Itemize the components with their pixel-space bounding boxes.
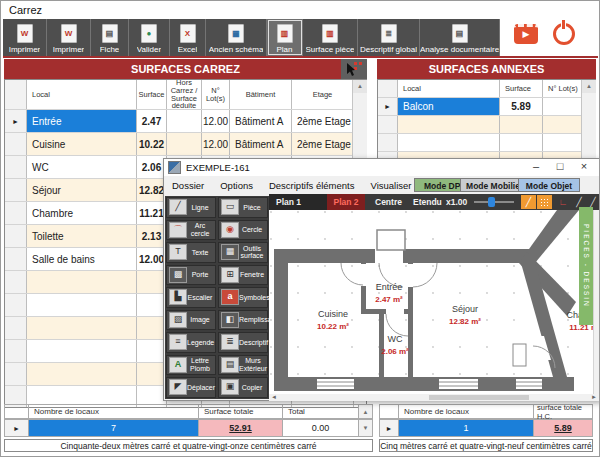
tool-murs-exterieur[interactable]: ▤Murs Extérieur	[218, 355, 268, 376]
col-surface[interactable]: Surface	[500, 80, 543, 97]
scroll-left-icon[interactable]: ◄	[271, 394, 277, 401]
table-row-empty[interactable]	[378, 134, 595, 152]
tool-cercle[interactable]: ◉Cercle	[218, 220, 268, 241]
zoom-slider[interactable]	[474, 201, 514, 203]
document-analysis-icon: ▤	[452, 24, 468, 43]
tool-piece[interactable]: ▭Pièce	[218, 197, 268, 218]
tab-plan-2[interactable]: Plan 2	[327, 194, 365, 210]
word-print-fit-icon: W	[61, 24, 77, 43]
tool-descriptif[interactable]: ≣Descriptif	[218, 332, 268, 353]
tool-fenetre[interactable]: ⊞Fenetre	[218, 265, 268, 286]
col-lot[interactable]: N° Lot(s)	[543, 80, 583, 97]
menu-options[interactable]: Options	[212, 180, 261, 191]
analyse-documentaire-button[interactable]: ▤Analyse documentaire	[420, 19, 500, 56]
tool-symboles[interactable]: aSymboles	[218, 287, 268, 308]
floor-plan-canvas[interactable]: Entrée 2.47 m² Cuisine 10.22 m² WC 2.06 …	[269, 210, 593, 394]
maximize-button[interactable]: □	[549, 159, 571, 175]
tool-outils-surface[interactable]: ▦Outils surface	[218, 242, 268, 263]
tool-copier[interactable]: ▣Copier	[218, 377, 268, 398]
draw-line-toggle[interactable]: ╱	[521, 195, 536, 209]
scroll-up-icon[interactable]: ▲	[353, 80, 367, 93]
table-row-cuisine[interactable]: Cuisine 10.22 12.00 Bâtiment A 2ème Etag…	[5, 133, 366, 156]
grid-dots-icon	[540, 198, 549, 206]
col-batiment[interactable]: Bâtiment	[230, 80, 292, 109]
row-selector: ►	[4, 419, 29, 437]
tool-escalier[interactable]: ▙Escalier	[166, 287, 216, 308]
tool-deplacer[interactable]: ◤Déplacer	[166, 377, 216, 398]
ancien-schema-button[interactable]: ▦Ancien schéma	[206, 19, 267, 56]
room-icon: ▭	[221, 199, 239, 215]
scroll-down-icon[interactable]: ▼	[359, 419, 373, 437]
view-etendu-label[interactable]: Etendu	[413, 194, 442, 210]
minimize-button[interactable]: –	[525, 159, 547, 175]
col-surface[interactable]: Surface	[137, 80, 167, 109]
tool-lettre-plomb[interactable]: ALettre Plomb	[166, 355, 216, 376]
scroll-up-icon[interactable]: ▲	[359, 404, 373, 419]
carrez-column-headers: Local Surface Hors Carrez / Surface dédu…	[5, 80, 366, 110]
menu-dossier[interactable]: Dossier	[164, 180, 212, 191]
menu-visualiser[interactable]: Visualiser	[362, 180, 419, 191]
fiche-button[interactable]: ▤Fiche	[91, 19, 129, 56]
zoom-slider-handle[interactable]	[488, 197, 495, 207]
print-button[interactable]: WImprimer	[3, 19, 47, 56]
surface-piece-button[interactable]: ▥Surface pièce	[303, 19, 358, 56]
tool-texte[interactable]: TTexte	[166, 242, 216, 263]
global-description-icon: ≣	[381, 24, 397, 43]
descriptif-global-button[interactable]: ≣Descriptif global	[358, 19, 420, 56]
locals-count-value: 1	[399, 419, 534, 437]
tool-ligne[interactable]: ╱Ligne	[166, 197, 216, 218]
main-title-bar: Carrez	[1, 1, 599, 19]
surface-in-words: Cinq mètres carré et quatre-vingt-neuf c…	[379, 439, 593, 452]
room-name-sejour: Séjour	[452, 304, 478, 314]
close-button[interactable]: ×	[573, 159, 595, 175]
annexes-table-scrollbar[interactable]: ▲	[581, 80, 596, 160]
menu-descriptifs-elements[interactable]: Descriptifs éléments	[261, 180, 363, 191]
view-centre-label[interactable]: Centre	[375, 194, 402, 210]
scroll-up-icon[interactable]: ▲	[582, 80, 596, 93]
col-etage[interactable]: Etage	[292, 80, 354, 109]
mode-objet-button[interactable]: Mode Objet	[518, 178, 580, 192]
surface-in-words: Cinquante-deux mètres carré et quatre-vi…	[4, 439, 373, 452]
surfaces-carrez-title: SURFACES CARREZ	[131, 63, 240, 75]
tool-remplissage[interactable]: ◧Remplissage	[218, 310, 268, 331]
table-row-balcon[interactable]: ► Balcon 5.89	[378, 98, 595, 116]
table-row-entree[interactable]: ► Entrée 2.47 12.00 Bâtiment A 2ème Etag…	[5, 110, 366, 133]
print-fit-button[interactable]: WImprimer	[47, 19, 91, 56]
canvas-horizontal-scrollbar[interactable]: ◄ ►	[269, 394, 599, 401]
pieces-dessin-tab[interactable]: PIECES - DESSIN	[579, 207, 593, 325]
tool-legende[interactable]: ≡Legende	[166, 332, 216, 353]
exterior-walls-icon: ▤	[221, 357, 239, 373]
divider	[3, 56, 598, 58]
tool-image[interactable]: ▨Image	[166, 310, 216, 331]
table-row-empty[interactable]	[378, 116, 595, 134]
arc-icon: ⌒	[169, 222, 187, 238]
room-area-sejour: 12.82 m²	[449, 317, 481, 326]
legend-icon: ≡	[169, 334, 187, 350]
scrollbar-thumb[interactable]	[429, 395, 529, 400]
header-surface-totale: Surface totale	[199, 404, 283, 419]
stairs-icon: ▙	[169, 289, 187, 305]
plan-button[interactable]: ▥Plan	[267, 19, 303, 56]
excel-button[interactable]: XExcel	[170, 19, 206, 56]
valider-button[interactable]: ●Valider	[129, 19, 170, 56]
window-icon: ⊞	[221, 267, 239, 283]
power-exit-button[interactable]	[553, 23, 575, 45]
col-local[interactable]: Local	[27, 80, 137, 109]
axis-icon[interactable]: ∟	[555, 195, 571, 209]
tool-porte[interactable]: ▩Porte	[166, 265, 216, 286]
col-hors-carrez[interactable]: Hors Carrez / Surface déduite	[167, 80, 202, 109]
zoom-level-label: x1.00	[446, 194, 467, 210]
grid-toggle[interactable]	[537, 195, 552, 209]
room-name-entree: Entrée	[376, 282, 403, 292]
tab-plan-1[interactable]: Plan 1	[269, 194, 327, 210]
scroll-right-icon[interactable]: ►	[591, 394, 597, 401]
canvas-vertical-scrollbar[interactable]	[593, 210, 600, 394]
tool-arc-cercle[interactable]: ⌒Arc cercle	[166, 220, 216, 241]
window-title: Carrez	[9, 4, 42, 16]
col-local[interactable]: Local	[398, 80, 500, 97]
col-lot[interactable]: N° Lot(s)	[202, 80, 230, 109]
hand-cursor-icon[interactable]	[341, 59, 367, 79]
word-print-icon: W	[17, 24, 33, 43]
plan-window-title: EXEMPLE-161	[186, 162, 250, 173]
video-help-button[interactable]: ▶	[514, 24, 538, 44]
